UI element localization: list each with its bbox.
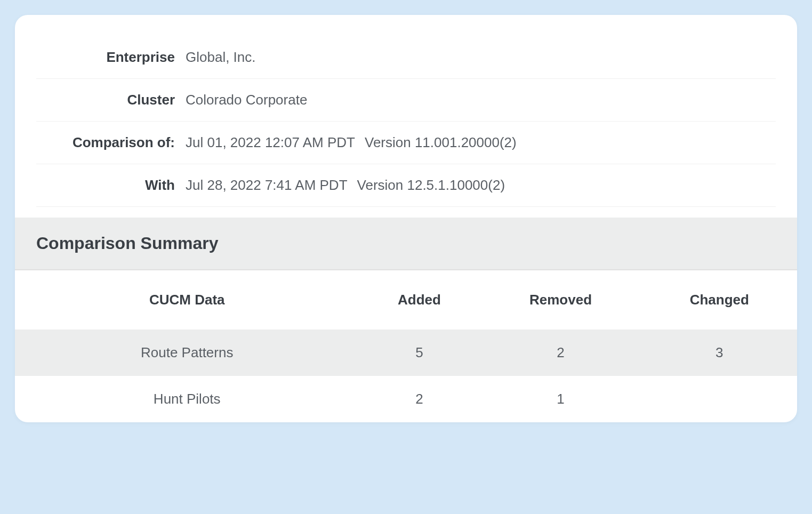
enterprise-label: Enterprise <box>36 49 186 66</box>
cell-changed <box>642 376 797 422</box>
cell-added: 2 <box>359 376 479 422</box>
cell-added: 5 <box>359 330 479 376</box>
meta-row-enterprise: Enterprise Global, Inc. <box>36 36 776 79</box>
cell-name: Hunt Pilots <box>15 376 359 422</box>
cell-name: Route Patterns <box>15 330 359 376</box>
table-row: Route Patterns 5 2 3 <box>15 330 797 376</box>
cell-removed: 1 <box>480 376 642 422</box>
col-cucm-data: CUCM Data <box>15 270 359 330</box>
meta-row-with: With Jul 28, 2022 7:41 AM PDTVersion 12.… <box>36 164 776 207</box>
meta-row-comparison-of: Comparison of: Jul 01, 2022 12:07 AM PDT… <box>36 122 776 164</box>
meta-row-cluster: Cluster Colorado Corporate <box>36 79 776 122</box>
cluster-label: Cluster <box>36 92 186 108</box>
with-value: Jul 28, 2022 7:41 AM PDTVersion 12.5.1.1… <box>186 177 505 194</box>
comparison-of-value: Jul 01, 2022 12:07 AM PDTVersion 11.001.… <box>186 134 517 151</box>
comparison-summary-heading: Comparison Summary <box>15 218 797 270</box>
table-row: Hunt Pilots 2 1 <box>15 376 797 422</box>
comparison-of-date: Jul 01, 2022 12:07 AM PDT <box>186 134 355 150</box>
cell-changed: 3 <box>642 330 797 376</box>
comparison-of-version: Version 11.001.20000(2) <box>365 134 517 150</box>
col-removed: Removed <box>480 270 642 330</box>
with-version: Version 12.5.1.10000(2) <box>357 177 505 193</box>
with-label: With <box>36 177 186 194</box>
comparison-card: Enterprise Global, Inc. Cluster Colorado… <box>15 15 797 422</box>
col-changed: Changed <box>642 270 797 330</box>
cluster-value: Colorado Corporate <box>186 92 307 108</box>
table-header-row: CUCM Data Added Removed Changed <box>15 270 797 330</box>
comparison-of-label: Comparison of: <box>36 134 186 151</box>
with-date: Jul 28, 2022 7:41 AM PDT <box>186 177 348 193</box>
comparison-summary-table: CUCM Data Added Removed Changed Route Pa… <box>15 270 797 422</box>
col-added: Added <box>359 270 479 330</box>
enterprise-value: Global, Inc. <box>186 49 256 66</box>
cell-removed: 2 <box>480 330 642 376</box>
